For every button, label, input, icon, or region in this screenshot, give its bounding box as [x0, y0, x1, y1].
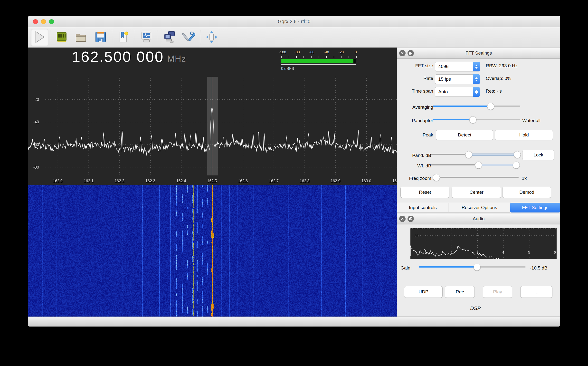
peak-label: Peak — [397, 132, 433, 138]
dock-title: Audio — [397, 213, 560, 224]
time-span-label: Time span — [397, 88, 433, 94]
bookmark-icon — [117, 30, 130, 45]
lock-button[interactable]: Lock — [522, 150, 554, 160]
toolbar — [28, 27, 560, 48]
range-knob-low[interactable] — [465, 151, 472, 158]
freq-zoom-value: 1x — [522, 176, 527, 181]
peak-detect-button[interactable]: Detect — [436, 130, 493, 140]
meter-underline — [281, 64, 356, 65]
play-icon — [33, 30, 46, 45]
start-dsp-button[interactable] — [31, 29, 48, 46]
title-bar[interactable]: Gqrx 2.6 - rtl=0 — [28, 16, 560, 27]
stepper-icon[interactable] — [473, 74, 480, 84]
meter-tick-label: -40 — [324, 50, 329, 54]
fullscreen-arrows-icon — [205, 30, 218, 45]
peak-hold-button[interactable]: Hold — [495, 130, 553, 140]
frequency-digits[interactable]: 162.500 000 — [72, 48, 164, 65]
meter-caption: 0 dBFS — [281, 67, 294, 71]
dsp-footer-label: DSP — [470, 305, 481, 311]
network-computers-icon — [163, 30, 176, 45]
save-settings-button[interactable] — [91, 29, 110, 46]
slider-knob[interactable] — [469, 116, 476, 123]
meter-scale-labels: -100-80-60-40-200 — [280, 50, 358, 54]
dock-title: FFT Settings — [397, 48, 560, 58]
pandapter-label: Pandapter — [397, 118, 433, 123]
audio-gain-slider[interactable] — [419, 263, 526, 270]
averaging-slider[interactable] — [433, 103, 520, 109]
meter-tick-label: -80 — [294, 50, 300, 54]
audio-options-button[interactable]: ... — [520, 286, 552, 298]
pandapter-waterfall-slider[interactable] — [433, 116, 520, 123]
iq-monitor-icon — [140, 30, 153, 45]
audio-dock-header: Audio — [397, 213, 560, 224]
averaging-label: Averaging — [397, 105, 433, 110]
udp-button[interactable]: UDP — [404, 286, 443, 298]
control-panel: FFT Settings FFT size 4096 RBW: 293.0 Hz… — [397, 48, 560, 317]
tab-receiver-options[interactable]: Receiver Options — [448, 203, 510, 212]
wf-db-label: Wf. dB — [397, 163, 431, 169]
dock-tab-bar: Input controls Receiver Options FFT Sett… — [397, 203, 560, 212]
rate-value: 15 fps — [438, 75, 451, 84]
time-span-value: Auto — [438, 87, 448, 96]
wrench-screwdriver-icon — [182, 30, 195, 45]
rate-label: Rate — [397, 76, 433, 81]
status-bar — [28, 317, 560, 327]
rec-button[interactable]: Rec — [445, 286, 475, 298]
pandapter-db-range-slider[interactable] — [431, 151, 520, 158]
range-knob-low[interactable] — [475, 162, 482, 169]
range-knob-high[interactable] — [513, 162, 520, 169]
meter-tick-label: -100 — [279, 50, 286, 54]
stepper-icon[interactable] — [473, 87, 480, 97]
window-title: Gqrx 2.6 - rtl=0 — [28, 16, 560, 27]
pand-db-label: Pand. dB — [397, 153, 431, 158]
floppy-disk-icon — [94, 30, 107, 45]
play-button[interactable]: Play — [483, 286, 512, 298]
waterfall-canvas[interactable] — [28, 185, 397, 317]
waterfall-db-range-slider[interactable] — [431, 161, 520, 168]
toolbar-separator — [200, 30, 200, 45]
rate-select[interactable]: 15 fps — [435, 74, 480, 84]
fft-plot-canvas[interactable] — [28, 77, 397, 185]
folder-icon — [75, 30, 88, 45]
iq-recorder-button[interactable] — [137, 29, 156, 46]
tab-fft-settings[interactable]: FFT Settings — [510, 203, 560, 212]
fft-settings-dock-header: FFT Settings — [397, 48, 560, 59]
meter-tick-label: -20 — [338, 50, 344, 54]
toolbar-separator — [50, 30, 50, 45]
meter-fill — [281, 59, 353, 63]
freq-zoom-slider[interactable] — [433, 174, 519, 181]
meter-tick-label: 0 — [355, 50, 357, 54]
gain-label: Gain: — [400, 265, 419, 271]
time-span-select[interactable]: Auto — [435, 87, 480, 97]
tab-input-controls[interactable]: Input controls — [397, 203, 448, 212]
rbw-info: RBW: 293.0 Hz — [486, 63, 518, 68]
meter-bar — [281, 59, 356, 63]
bookmarks-button[interactable] — [114, 29, 133, 46]
slider-knob[interactable] — [474, 264, 481, 271]
stepper-icon[interactable] — [473, 62, 480, 71]
fft-size-label: FFT size — [397, 63, 433, 68]
spectrum-display: 162.500 000MHz -100-80-60-40-200 0 dBFS — [28, 48, 397, 317]
slider-knob[interactable] — [433, 174, 440, 181]
main-content: 162.500 000MHz -100-80-60-40-200 0 dBFS — [28, 48, 560, 317]
tools-button[interactable] — [179, 29, 199, 46]
toolbar-separator — [223, 30, 223, 45]
open-settings-button[interactable] — [71, 29, 91, 46]
configure-io-button[interactable] — [52, 29, 71, 46]
fullscreen-button[interactable] — [202, 29, 221, 46]
frequency-readout[interactable]: 162.500 000MHz — [72, 48, 186, 65]
demod-button[interactable]: Demod — [502, 187, 551, 198]
reset-button[interactable]: Reset — [400, 187, 449, 198]
audio-spectrum-canvas[interactable] — [410, 228, 557, 259]
slider-knob[interactable] — [487, 103, 494, 110]
remote-control-button[interactable] — [160, 29, 179, 46]
toolbar-separator — [112, 30, 112, 45]
device-chip-icon — [55, 30, 68, 45]
frequency-unit: MHz — [167, 54, 186, 64]
toolbar-separator — [158, 30, 158, 45]
toolbar-separator — [135, 30, 135, 45]
range-knob-high[interactable] — [514, 151, 521, 158]
center-button[interactable]: Center — [452, 187, 501, 198]
fft-size-select[interactable]: 4096 — [435, 62, 480, 71]
signal-strength-meter: -100-80-60-40-200 0 dBFS — [280, 50, 358, 74]
